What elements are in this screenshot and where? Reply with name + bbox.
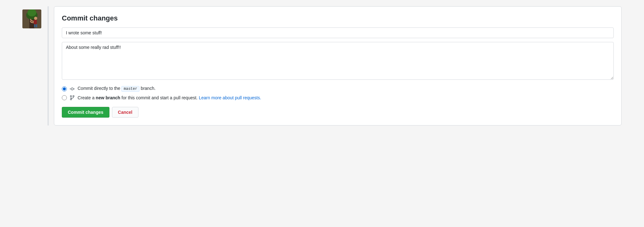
cancel-button[interactable]: Cancel: [112, 107, 138, 118]
branch-icon: [69, 95, 75, 101]
svg-point-4: [34, 17, 37, 20]
avatar-column: [22, 6, 48, 125]
radio-direct-label: Commit directly to the master branch.: [78, 86, 155, 92]
commit-description-textarea[interactable]: [62, 42, 614, 80]
vertical-divider: [48, 6, 49, 125]
radio-option-new-branch: Create a new branch for this commit and …: [62, 95, 614, 101]
page-container: Commit changes Commit directly to the: [22, 6, 622, 125]
svg-rect-5: [34, 20, 37, 24]
commit-icon: [69, 86, 75, 92]
avatar-image: [22, 9, 41, 28]
commit-changes-button[interactable]: Commit changes: [62, 107, 109, 118]
svg-point-11: [70, 96, 72, 97]
learn-more-link[interactable]: Learn more about pull requests.: [199, 95, 261, 100]
svg-point-8: [71, 88, 73, 90]
button-row: Commit changes Cancel: [62, 107, 614, 118]
svg-rect-6: [34, 24, 35, 27]
svg-rect-7: [36, 24, 37, 27]
svg-point-13: [70, 99, 72, 100]
radio-new-branch-label: Create a new branch for this commit and …: [78, 95, 261, 100]
radio-direct[interactable]: [62, 86, 67, 91]
commit-summary-input[interactable]: [62, 27, 614, 38]
dialog-title: Commit changes: [62, 14, 614, 22]
avatar: [22, 9, 41, 28]
branch-badge: master: [121, 86, 139, 92]
radio-new-branch[interactable]: [62, 95, 67, 100]
branch-options: Commit directly to the master branch.: [62, 86, 614, 101]
svg-point-12: [73, 96, 74, 97]
commit-dialog: Commit changes Commit directly to the: [54, 6, 622, 125]
radio-option-direct: Commit directly to the master branch.: [62, 86, 614, 92]
